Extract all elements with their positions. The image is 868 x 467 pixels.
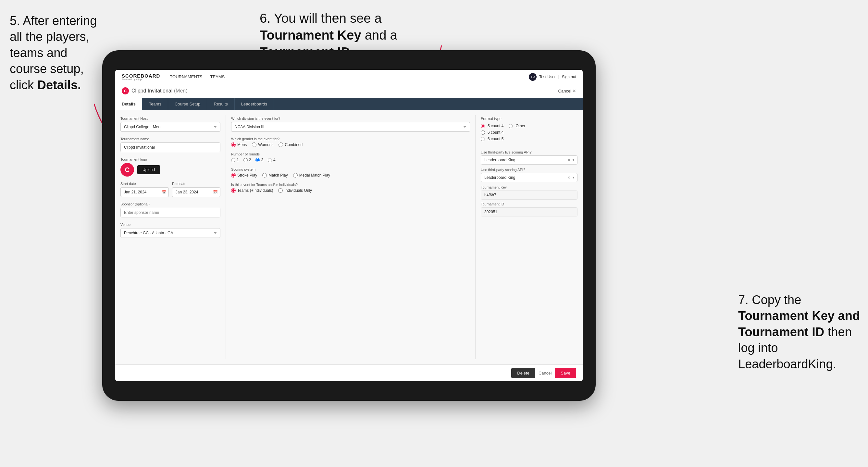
top-nav: SCOREBOARD Powered by clippt TOURNAMENTS… xyxy=(115,70,583,84)
third-party-2-arrow-icon: ▼ xyxy=(572,176,575,179)
cancel-header-btn[interactable]: Cancel ✕ xyxy=(558,89,576,93)
cancel-btn[interactable]: Cancel xyxy=(538,371,552,375)
division-group: Which division is the event for? NCAA Di… xyxy=(231,117,470,132)
tab-leaderboards[interactable]: Leaderboards xyxy=(235,98,274,110)
delete-btn[interactable]: Delete xyxy=(511,368,535,378)
division-label: Which division is the event for? xyxy=(231,117,470,120)
gender-mens[interactable]: Mens xyxy=(231,143,247,147)
page-title-row: C Clippd Invitational (Men) xyxy=(122,87,188,94)
tablet: SCOREBOARD Powered by clippt TOURNAMENTS… xyxy=(102,50,596,401)
sponsor-input[interactable] xyxy=(120,208,220,217)
third-party-2-select[interactable]: Leaderboard King xyxy=(481,173,578,182)
page-title-icon: C xyxy=(122,87,129,94)
third-party-1-label: Use third-party live scoring API? xyxy=(481,150,578,154)
format-6count5[interactable]: 6 count 5 xyxy=(481,136,503,141)
teams-group: Is this event for Teams and/or Individua… xyxy=(231,183,470,193)
third-party-section-2: Use third-party scoring API? Leaderboard… xyxy=(481,168,578,182)
scoring-label: Scoring system xyxy=(231,167,470,172)
third-party-1-arrow-icon: ▼ xyxy=(572,158,575,162)
main-content: Tournament Host Clippd College - Men Tou… xyxy=(115,110,583,365)
tournament-name-input[interactable] xyxy=(120,143,220,152)
col-right: Format type 5 count 4 6 count 4 6 count … xyxy=(475,110,583,365)
teams-label: Is this event for Teams and/or Individua… xyxy=(231,183,470,187)
sponsor-label: Sponsor (optional) xyxy=(120,202,220,206)
end-date-wrap: 📅 xyxy=(172,187,220,197)
annotation-bottom-bold: Tournament Key and Tournament ID xyxy=(738,309,860,339)
third-party-section-1: Use third-party live scoring API? Leader… xyxy=(481,150,578,164)
bottom-bar: Delete Cancel Save xyxy=(115,365,583,381)
tab-teams[interactable]: Teams xyxy=(143,98,168,110)
tournament-name-group: Tournament name xyxy=(120,137,220,152)
col-mid: Which division is the event for? NCAA Di… xyxy=(226,110,475,365)
nav-avatar: TU xyxy=(529,73,536,81)
nav-tournaments[interactable]: TOURNAMENTS xyxy=(170,73,202,81)
venue-select[interactable]: Peachtree GC - Atlanta - GA xyxy=(120,228,220,238)
nav-divider: | xyxy=(558,75,559,79)
scoring-group: Scoring system Stroke Play Match Play Me… xyxy=(231,167,470,178)
col-left: Tournament Host Clippd College - Men Tou… xyxy=(115,110,226,365)
rounds-group: Number of rounds 1 2 3 4 xyxy=(231,152,470,162)
tournament-id-value: 302051 xyxy=(481,207,578,216)
nav-teams[interactable]: TEAMS xyxy=(210,73,225,81)
start-date-field: Start date 📅 xyxy=(120,182,169,197)
round-3[interactable]: 3 xyxy=(255,158,263,162)
third-party-1-wrap: Leaderboard King ✕ ▼ xyxy=(481,155,578,164)
brand: SCOREBOARD Powered by clippt xyxy=(122,73,160,81)
save-btn[interactable]: Save xyxy=(555,368,576,378)
tournament-key-value: b4f6b7 xyxy=(481,190,578,199)
end-date-label: End date xyxy=(172,182,220,186)
teams-radio-group: Teams (+Individuals) Individuals Only xyxy=(231,188,470,193)
tab-results[interactable]: Results xyxy=(207,98,235,110)
format-5count4[interactable]: 5 count 4 xyxy=(481,124,503,128)
venue-group: Venue Peachtree GC - Atlanta - GA xyxy=(120,223,220,238)
tournament-logo-group: Tournament logo C Upload xyxy=(120,157,220,177)
tournament-key-label: Tournament Key xyxy=(481,185,578,189)
date-group: Start date 📅 End date 📅 xyxy=(120,182,220,197)
tournament-host-select[interactable]: Clippd College - Men xyxy=(120,122,220,132)
tournament-host-label: Tournament Host xyxy=(120,117,220,120)
tournament-logo-label: Tournament logo xyxy=(120,157,220,161)
end-date-field: End date 📅 xyxy=(172,182,220,197)
third-party-2-label: Use third-party scoring API? xyxy=(481,168,578,172)
tournament-host-group: Tournament Host Clippd College - Men xyxy=(120,117,220,132)
page-title-text: Clippd Invitational (Men) xyxy=(131,88,188,94)
sponsor-group: Sponsor (optional) xyxy=(120,202,220,217)
teams-individuals-only[interactable]: Individuals Only xyxy=(278,188,312,193)
nav-links: TOURNAMENTS TEAMS xyxy=(170,73,529,81)
gender-combined[interactable]: Combined xyxy=(279,143,303,147)
tab-details[interactable]: Details xyxy=(115,98,143,110)
scoring-medal-match[interactable]: Medal Match Play xyxy=(293,173,330,178)
start-date-wrap: 📅 xyxy=(120,187,169,197)
page-header: C Clippd Invitational (Men) Cancel ✕ xyxy=(115,84,583,98)
annotation-bottom-right: 7. Copy the Tournament Key and Tournamen… xyxy=(738,292,862,372)
round-1[interactable]: 1 xyxy=(231,158,239,162)
third-party-1-clear[interactable]: ✕ xyxy=(567,158,570,162)
sign-out-link[interactable]: Sign out xyxy=(562,75,576,79)
tournament-name-label: Tournament name xyxy=(120,137,220,141)
division-select[interactable]: NCAA Division III xyxy=(231,122,470,132)
tournament-key-section: Tournament Key b4f6b7 Tournament ID 3020… xyxy=(481,185,578,216)
gender-womens[interactable]: Womens xyxy=(252,143,273,147)
upload-btn[interactable]: Upload xyxy=(137,165,160,174)
tab-course-setup[interactable]: Course Setup xyxy=(168,98,208,110)
gender-label: Which gender is the event for? xyxy=(231,137,470,141)
third-party-1-select[interactable]: Leaderboard King xyxy=(481,155,578,164)
annotation-top-bold1: Tournament Key xyxy=(260,28,361,42)
teams-plus-individuals[interactable]: Teams (+Individuals) xyxy=(231,188,273,193)
round-4[interactable]: 4 xyxy=(268,158,276,162)
third-party-2-clear[interactable]: ✕ xyxy=(567,176,570,180)
start-date-cal-icon: 📅 xyxy=(161,190,166,194)
scoring-radio-group: Stroke Play Match Play Medal Match Play xyxy=(231,173,470,178)
tabs-bar: Details Teams Course Setup Results Leade… xyxy=(115,98,583,110)
scoring-stroke[interactable]: Stroke Play xyxy=(231,173,257,178)
rounds-label: Number of rounds xyxy=(231,152,470,156)
scoring-match[interactable]: Match Play xyxy=(262,173,288,178)
gender-radio-group: Mens Womens Combined xyxy=(231,143,470,147)
format-type-group: Format type 5 count 4 6 count 4 6 count … xyxy=(481,117,578,145)
tablet-screen: SCOREBOARD Powered by clippt TOURNAMENTS… xyxy=(115,70,583,381)
brand-sub: Powered by clippt xyxy=(122,78,160,81)
format-other[interactable]: Other xyxy=(509,124,525,128)
format-other-wrap: Other xyxy=(509,124,525,128)
round-2[interactable]: 2 xyxy=(244,158,251,162)
format-6count4[interactable]: 6 count 4 xyxy=(481,130,503,135)
